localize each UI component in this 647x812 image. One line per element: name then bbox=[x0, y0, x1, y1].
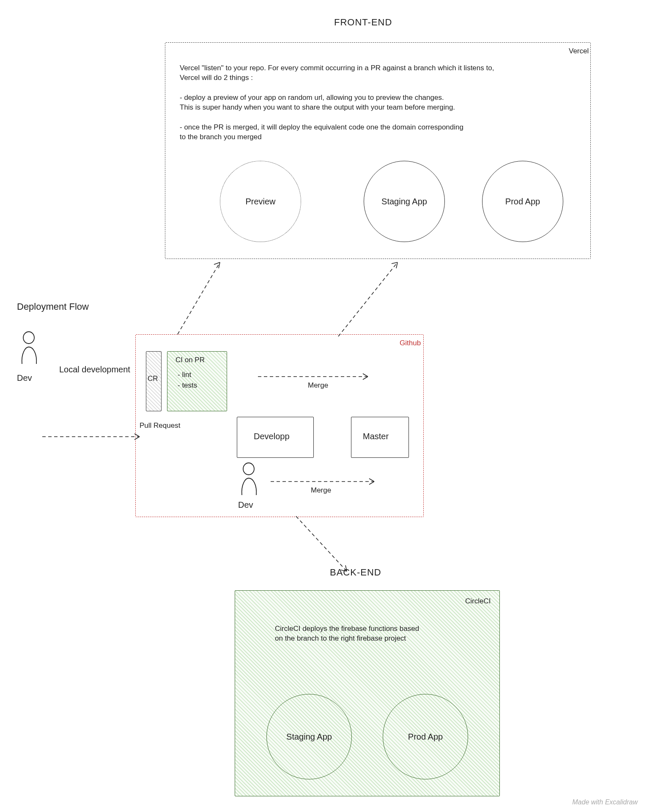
flow-title: Deployment Flow bbox=[17, 300, 89, 313]
dev-label-top: Dev bbox=[17, 372, 32, 384]
watermark: Made with Excalidraw bbox=[572, 798, 638, 806]
vercel-box-label: Vercel bbox=[569, 47, 589, 56]
cr-label: CR bbox=[148, 374, 158, 384]
local-development-label: Local development bbox=[59, 364, 130, 375]
circle-staging-be-text: Staging App bbox=[267, 694, 351, 779]
circle-staging-be: Staging App bbox=[266, 694, 352, 779]
svg-line-7 bbox=[296, 516, 347, 571]
svg-line-6 bbox=[338, 262, 398, 336]
arrow-local-to-github bbox=[42, 432, 152, 444]
pull-request-label: Pull Request bbox=[140, 421, 180, 431]
ci-item1: - lint bbox=[178, 370, 191, 380]
vercel-para1: Vercel "listen" to your repo. For every … bbox=[180, 63, 577, 83]
arrow-github-to-vercel-right bbox=[326, 258, 410, 343]
circle-prod-be: Prod App bbox=[383, 694, 468, 779]
circle-preview: Preview bbox=[220, 161, 301, 242]
arrow-github-to-vercel-left bbox=[165, 258, 233, 339]
svg-line-5 bbox=[178, 262, 220, 334]
circleci-box-label: CircleCI bbox=[465, 597, 491, 606]
ci-title: CI on PR bbox=[175, 355, 205, 365]
ci-item2: - tests bbox=[178, 381, 197, 391]
dev-person-icon bbox=[17, 330, 42, 368]
dev-label-under: Dev bbox=[238, 499, 253, 511]
merge-label-top: Merge bbox=[308, 381, 328, 391]
circle-prod-fe: Prod App bbox=[482, 161, 563, 242]
master-label: Master bbox=[363, 431, 389, 442]
section-title-backend: BACK-END bbox=[330, 567, 381, 578]
circle-prod-be-text: Prod App bbox=[383, 694, 468, 779]
svg-point-0 bbox=[23, 332, 34, 344]
circle-staging-fe: Staging App bbox=[364, 161, 445, 242]
circle-preview-text: Preview bbox=[220, 161, 301, 242]
vercel-bullet1: - deploy a preview of your app on random… bbox=[180, 93, 577, 113]
svg-point-1 bbox=[243, 463, 254, 475]
vercel-bullet2: - once the PR is merged, it will deploy … bbox=[180, 123, 577, 142]
dev-person-under-icon bbox=[237, 461, 262, 499]
section-title-frontend: FRONT-END bbox=[334, 17, 392, 28]
circleci-desc: CircleCI deploys the firebase functions … bbox=[275, 624, 486, 644]
circle-prod-fe-text: Prod App bbox=[483, 161, 563, 242]
develop-label: Developp bbox=[254, 431, 290, 442]
circle-staging-fe-text: Staging App bbox=[364, 161, 444, 242]
merge-label-bottom: Merge bbox=[311, 486, 331, 495]
